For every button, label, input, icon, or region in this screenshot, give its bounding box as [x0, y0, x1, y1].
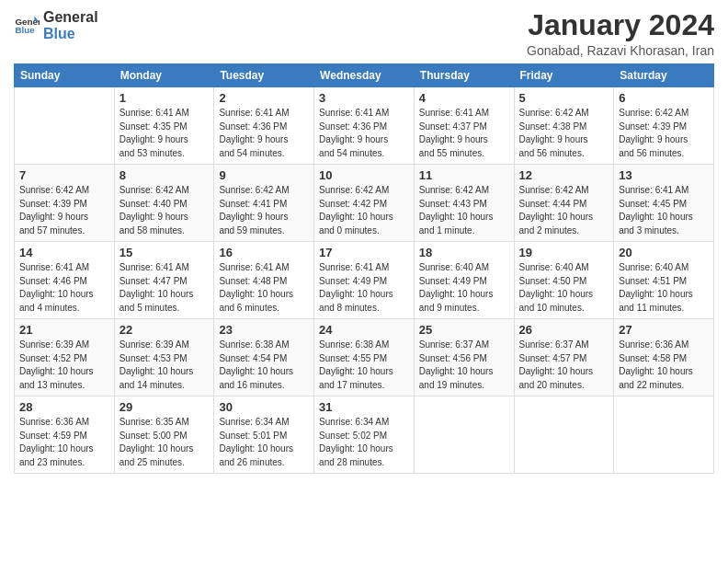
- day-info: Sunrise: 6:42 AMSunset: 4:39 PMDaylight:…: [19, 184, 109, 237]
- day-info: Sunrise: 6:42 AMSunset: 4:41 PMDaylight:…: [219, 184, 309, 237]
- day-number: 4: [419, 91, 509, 105]
- day-info: Sunrise: 6:42 AMSunset: 4:39 PMDaylight:…: [619, 107, 709, 160]
- day-info: Sunrise: 6:42 AMSunset: 4:44 PMDaylight:…: [519, 184, 609, 237]
- day-number: 17: [319, 246, 409, 259]
- day-number: 29: [119, 400, 210, 414]
- day-info: Sunrise: 6:36 AMSunset: 4:58 PMDaylight:…: [619, 339, 709, 392]
- calendar-cell: 22Sunrise: 6:39 AMSunset: 4:53 PMDayligh…: [114, 319, 214, 396]
- day-info: Sunrise: 6:42 AMSunset: 4:38 PMDaylight:…: [519, 107, 609, 160]
- weekday-header-sunday: Sunday: [15, 64, 115, 87]
- calendar-cell: 31Sunrise: 6:34 AMSunset: 5:02 PMDayligh…: [314, 396, 415, 474]
- day-info: Sunrise: 6:41 AMSunset: 4:49 PMDaylight:…: [319, 261, 409, 315]
- day-number: 12: [519, 168, 609, 182]
- weekday-header-monday: Monday: [114, 64, 214, 87]
- week-row-2: 7Sunrise: 6:42 AMSunset: 4:39 PMDaylight…: [15, 165, 714, 242]
- day-info: Sunrise: 6:36 AMSunset: 4:59 PMDaylight:…: [19, 416, 109, 469]
- calendar-title: January 2024: [527, 9, 714, 41]
- day-info: Sunrise: 6:40 AMSunset: 4:51 PMDaylight:…: [619, 261, 709, 315]
- weekday-header-friday: Friday: [514, 64, 614, 87]
- calendar-cell: 13Sunrise: 6:41 AMSunset: 4:45 PMDayligh…: [614, 165, 714, 242]
- day-number: 2: [219, 91, 309, 105]
- day-number: 7: [19, 168, 109, 182]
- day-number: 14: [19, 246, 109, 259]
- weekday-header-thursday: Thursday: [414, 64, 514, 87]
- day-number: 23: [219, 323, 309, 337]
- calendar-cell: [414, 396, 514, 474]
- svg-text:Blue: Blue: [15, 25, 35, 35]
- day-number: 8: [119, 168, 210, 182]
- week-row-1: 1Sunrise: 6:41 AMSunset: 4:35 PMDaylight…: [15, 87, 714, 165]
- day-number: 30: [219, 400, 309, 414]
- calendar-cell: 25Sunrise: 6:37 AMSunset: 4:56 PMDayligh…: [414, 319, 514, 396]
- logo: General Blue General Blue: [14, 9, 98, 41]
- calendar-subtitle: Gonabad, Razavi Khorasan, Iran: [527, 43, 714, 58]
- calendar-cell: 28Sunrise: 6:36 AMSunset: 4:59 PMDayligh…: [15, 396, 115, 474]
- calendar-page: General Blue General Blue January 2024 G…: [0, 0, 728, 563]
- calendar-cell: 2Sunrise: 6:41 AMSunset: 4:36 PMDaylight…: [214, 87, 314, 165]
- calendar-cell: [15, 87, 115, 165]
- day-number: 3: [319, 91, 409, 105]
- calendar-cell: 19Sunrise: 6:40 AMSunset: 4:50 PMDayligh…: [514, 242, 614, 319]
- calendar-cell: 20Sunrise: 6:40 AMSunset: 4:51 PMDayligh…: [614, 242, 714, 319]
- calendar-cell: 18Sunrise: 6:40 AMSunset: 4:49 PMDayligh…: [414, 242, 514, 319]
- day-number: 28: [19, 400, 109, 414]
- weekday-header-wednesday: Wednesday: [314, 64, 415, 87]
- day-info: Sunrise: 6:42 AMSunset: 4:40 PMDaylight:…: [119, 184, 210, 237]
- day-number: 31: [319, 400, 409, 414]
- calendar-cell: 7Sunrise: 6:42 AMSunset: 4:39 PMDaylight…: [15, 165, 115, 242]
- day-info: Sunrise: 6:39 AMSunset: 4:53 PMDaylight:…: [119, 339, 210, 392]
- day-info: Sunrise: 6:37 AMSunset: 4:56 PMDaylight:…: [419, 339, 509, 392]
- day-number: 6: [619, 91, 709, 105]
- day-number: 24: [319, 323, 409, 337]
- title-section: January 2024 Gonabad, Razavi Khorasan, I…: [527, 9, 714, 58]
- day-info: Sunrise: 6:37 AMSunset: 4:57 PMDaylight:…: [519, 339, 609, 392]
- week-row-4: 21Sunrise: 6:39 AMSunset: 4:52 PMDayligh…: [15, 319, 714, 396]
- day-info: Sunrise: 6:39 AMSunset: 4:52 PMDaylight:…: [19, 339, 109, 392]
- week-row-5: 28Sunrise: 6:36 AMSunset: 4:59 PMDayligh…: [15, 396, 714, 474]
- weekday-header-tuesday: Tuesday: [214, 64, 314, 87]
- calendar-cell: [614, 396, 714, 474]
- calendar-cell: 9Sunrise: 6:42 AMSunset: 4:41 PMDaylight…: [214, 165, 314, 242]
- calendar-cell: 17Sunrise: 6:41 AMSunset: 4:49 PMDayligh…: [314, 242, 415, 319]
- logo-icon: General Blue: [14, 13, 40, 39]
- day-info: Sunrise: 6:34 AMSunset: 5:02 PMDaylight:…: [319, 416, 409, 469]
- calendar-cell: 11Sunrise: 6:42 AMSunset: 4:43 PMDayligh…: [414, 165, 514, 242]
- calendar-cell: 24Sunrise: 6:38 AMSunset: 4:55 PMDayligh…: [314, 319, 415, 396]
- day-number: 15: [119, 246, 210, 259]
- calendar-cell: 6Sunrise: 6:42 AMSunset: 4:39 PMDaylight…: [614, 87, 714, 165]
- day-number: 9: [219, 168, 309, 182]
- calendar-cell: [514, 396, 614, 474]
- calendar-cell: 4Sunrise: 6:41 AMSunset: 4:37 PMDaylight…: [414, 87, 514, 165]
- day-info: Sunrise: 6:40 AMSunset: 4:49 PMDaylight:…: [419, 261, 509, 315]
- calendar-cell: 8Sunrise: 6:42 AMSunset: 4:40 PMDaylight…: [114, 165, 214, 242]
- day-number: 26: [519, 323, 609, 337]
- day-number: 18: [419, 246, 509, 259]
- calendar-cell: 21Sunrise: 6:39 AMSunset: 4:52 PMDayligh…: [15, 319, 115, 396]
- day-info: Sunrise: 6:35 AMSunset: 5:00 PMDaylight:…: [119, 416, 210, 469]
- calendar-cell: 1Sunrise: 6:41 AMSunset: 4:35 PMDaylight…: [114, 87, 214, 165]
- calendar-cell: 16Sunrise: 6:41 AMSunset: 4:48 PMDayligh…: [214, 242, 314, 319]
- day-info: Sunrise: 6:38 AMSunset: 4:54 PMDaylight:…: [219, 339, 309, 392]
- calendar-cell: 5Sunrise: 6:42 AMSunset: 4:38 PMDaylight…: [514, 87, 614, 165]
- calendar-cell: 23Sunrise: 6:38 AMSunset: 4:54 PMDayligh…: [214, 319, 314, 396]
- calendar-cell: 26Sunrise: 6:37 AMSunset: 4:57 PMDayligh…: [514, 319, 614, 396]
- day-number: 21: [19, 323, 109, 337]
- calendar-cell: 14Sunrise: 6:41 AMSunset: 4:46 PMDayligh…: [15, 242, 115, 319]
- weekday-header-row: SundayMondayTuesdayWednesdayThursdayFrid…: [15, 64, 714, 87]
- day-info: Sunrise: 6:41 AMSunset: 4:36 PMDaylight:…: [319, 107, 409, 160]
- day-number: 16: [219, 246, 309, 259]
- day-info: Sunrise: 6:41 AMSunset: 4:35 PMDaylight:…: [119, 107, 210, 160]
- logo-blue-text: Blue: [43, 26, 98, 42]
- calendar-cell: 12Sunrise: 6:42 AMSunset: 4:44 PMDayligh…: [514, 165, 614, 242]
- day-info: Sunrise: 6:38 AMSunset: 4:55 PMDaylight:…: [319, 339, 409, 392]
- day-info: Sunrise: 6:42 AMSunset: 4:42 PMDaylight:…: [319, 184, 409, 237]
- header: General Blue General Blue January 2024 G…: [14, 9, 714, 58]
- day-info: Sunrise: 6:42 AMSunset: 4:43 PMDaylight:…: [419, 184, 509, 237]
- day-number: 11: [419, 168, 509, 182]
- weekday-header-saturday: Saturday: [614, 64, 714, 87]
- calendar-cell: 10Sunrise: 6:42 AMSunset: 4:42 PMDayligh…: [314, 165, 415, 242]
- week-row-3: 14Sunrise: 6:41 AMSunset: 4:46 PMDayligh…: [15, 242, 714, 319]
- day-number: 25: [419, 323, 509, 337]
- day-number: 1: [119, 91, 210, 105]
- day-number: 19: [519, 246, 609, 259]
